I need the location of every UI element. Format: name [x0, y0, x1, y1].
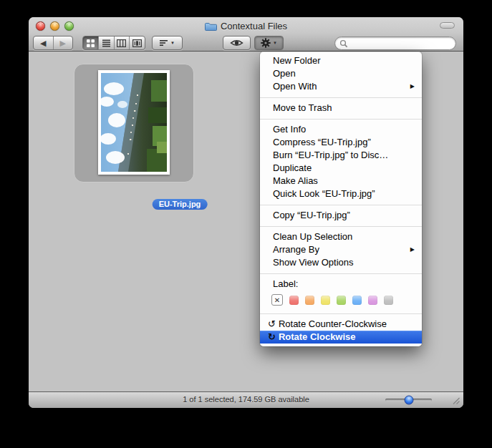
selected-file-item[interactable]: EU-Trip.jpg — [74, 64, 194, 182]
menu-item-show-view-options[interactable]: Show View Options — [260, 256, 422, 269]
list-view-icon — [102, 39, 110, 47]
file-name-label[interactable]: EU-Trip.jpg — [153, 199, 208, 210]
rotate-ccw-icon: ↺ — [268, 318, 276, 331]
coverflow-view-button[interactable] — [129, 36, 145, 49]
menu-separator — [260, 200, 422, 209]
menu-item-burn-to-disc[interactable]: Burn “EU-Trip.jpg” to Disc… — [260, 149, 422, 162]
arrange-button[interactable]: ▼ — [152, 36, 183, 50]
label-color-red[interactable] — [289, 296, 299, 305]
menu-item-label: Rotate Counter-Clockwise — [279, 318, 387, 331]
column-view-icon — [117, 39, 126, 47]
back-button[interactable]: ◀ — [34, 36, 53, 49]
menu-separator — [260, 93, 422, 102]
label-none-button[interactable]: ✕ — [271, 294, 283, 306]
menu-item-clean-up-selection[interactable]: Clean Up Selection — [260, 230, 422, 243]
titlebar: Contextual Files — [29, 20, 463, 31]
chevron-down-icon: ▼ — [170, 41, 175, 45]
label-color-row: ✕ — [260, 291, 422, 309]
icon-size-slider[interactable] — [385, 399, 432, 401]
window-title: Contextual Files — [221, 21, 287, 31]
icon-view-button[interactable] — [83, 36, 98, 49]
menu-item-make-alias[interactable]: Make Alias — [260, 175, 422, 188]
list-view-button[interactable] — [98, 36, 114, 49]
window-header: Contextual Files ◀ ▶ — [29, 17, 463, 52]
menu-item-duplicate[interactable]: Duplicate — [260, 162, 422, 175]
icon-view-icon — [87, 39, 95, 47]
menu-item-copy[interactable]: Copy “EU-Trip.jpg” — [260, 209, 422, 222]
search-field[interactable] — [334, 36, 456, 50]
slider-knob[interactable] — [404, 396, 413, 405]
menu-item-label: Rotate Clockwise — [279, 331, 356, 344]
submenu-arrow-icon: ▶ — [410, 243, 415, 256]
search-icon — [339, 39, 348, 48]
photo-preview — [101, 73, 167, 172]
menu-item-compress[interactable]: Compress “EU-Trip.jpg” — [260, 136, 422, 149]
label-section-title: Label: — [260, 278, 422, 291]
menu-item-open-with[interactable]: Open With ▶ — [260, 80, 422, 93]
menu-item-rotate-counter-clockwise[interactable]: ↺ Rotate Counter-Clockwise — [260, 318, 422, 331]
chevron-down-icon: ▼ — [273, 41, 277, 45]
nav-control: ◀ ▶ — [33, 36, 73, 50]
label-color-green[interactable] — [337, 296, 346, 305]
menu-item-label: Open With — [273, 80, 317, 93]
view-mode-control — [82, 36, 145, 50]
label-color-blue[interactable] — [352, 296, 362, 305]
quick-look-button[interactable] — [223, 36, 251, 50]
menu-item-get-info[interactable]: Get Info — [260, 123, 422, 136]
resize-grip-icon[interactable] — [452, 396, 460, 404]
menu-item-move-to-trash[interactable]: Move to Trash — [260, 102, 422, 115]
action-button[interactable]: ▼ — [254, 36, 284, 50]
coverflow-view-icon — [132, 39, 142, 47]
folder-icon — [205, 21, 217, 31]
menu-item-quick-look[interactable]: Quick Look “EU-Trip.jpg” — [260, 188, 422, 200]
gear-icon — [261, 38, 271, 48]
menu-separator — [260, 269, 422, 278]
menu-separator — [260, 115, 422, 123]
file-thumbnail — [98, 70, 170, 175]
status-bar: 1 of 1 selected, 174.59 GB available — [29, 391, 463, 408]
menu-separator — [260, 222, 422, 230]
menu-item-open[interactable]: Open — [260, 67, 422, 80]
eye-icon — [230, 39, 243, 47]
label-color-purple[interactable] — [368, 296, 377, 305]
menu-separator — [260, 309, 422, 318]
menu-item-label: Arrange By — [273, 243, 319, 256]
arrange-icon — [160, 39, 168, 47]
forward-button[interactable]: ▶ — [53, 36, 73, 49]
toolbar: ◀ ▶ — [29, 34, 463, 52]
label-color-gray[interactable] — [384, 296, 393, 305]
menu-item-new-folder[interactable]: New Folder — [260, 54, 422, 67]
search-input[interactable] — [351, 39, 447, 49]
column-view-button[interactable] — [114, 36, 130, 49]
label-color-yellow[interactable] — [321, 296, 330, 305]
toolbar-toggle-button[interactable] — [440, 22, 455, 29]
rotate-cw-icon: ↻ — [268, 331, 276, 344]
menu-item-rotate-clockwise[interactable]: ↻ Rotate Clockwise — [260, 331, 422, 344]
label-color-orange[interactable] — [305, 296, 314, 305]
menu-item-arrange-by[interactable]: Arrange By ▶ — [260, 243, 422, 256]
submenu-arrow-icon: ▶ — [410, 80, 415, 93]
context-menu: New Folder Open Open With ▶ Move to Tras… — [260, 52, 422, 346]
